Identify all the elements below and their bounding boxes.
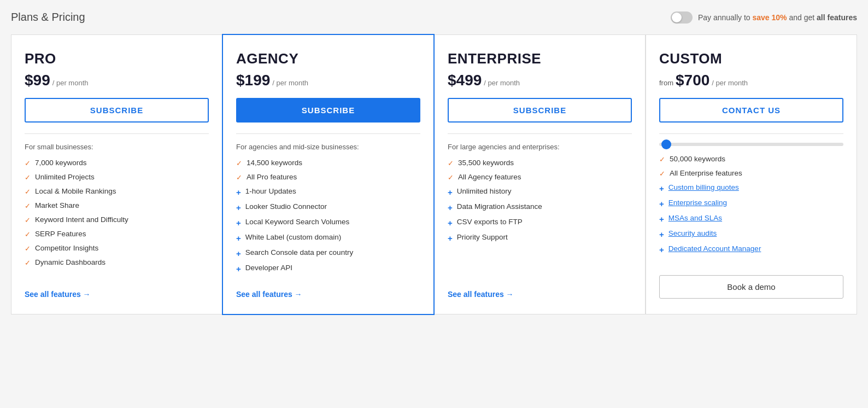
checkmark-icon: ✓ (448, 159, 454, 167)
plus-icon: + (659, 230, 664, 239)
feature-text: Dynamic Dashboards (35, 258, 105, 266)
list-item: +Custom billing quotes (659, 183, 843, 193)
list-item: ✓Competitor Insights (25, 244, 209, 253)
list-item: +Priority Support (448, 233, 632, 243)
plan-name-custom: CUSTOM (659, 50, 843, 67)
feature-text: 14,500 keywords (247, 159, 302, 167)
plans-container: PRO$99/ per monthSUBSCRIBEFor small busi… (11, 34, 857, 314)
plus-icon: + (236, 249, 241, 258)
plan-name-agency: AGENCY (236, 50, 420, 67)
plan-card-pro: PRO$99/ per monthSUBSCRIBEFor small busi… (11, 34, 222, 314)
checkmark-icon: ✓ (25, 202, 31, 210)
divider-agency (236, 133, 420, 134)
feature-text: Local Keyword Search Volumes (245, 218, 350, 226)
cta-button-pro[interactable]: SUBSCRIBE (25, 98, 209, 123)
save-percentage: save 10% (753, 13, 787, 22)
divider-custom (659, 133, 843, 134)
plus-icon: + (659, 245, 664, 254)
list-item: +Enterprise scaling (659, 199, 843, 208)
feature-text: Developer API (245, 264, 292, 272)
list-item: +Data Migration Assistance (448, 202, 632, 212)
list-item: +CSV exports to FTP (448, 218, 632, 228)
billing-toggle-label: Pay annually to save 10% and get all fea… (698, 13, 857, 22)
feature-text: Data Migration Assistance (457, 202, 542, 211)
feature-text: SERP Features (35, 230, 86, 238)
plus-icon: + (236, 264, 241, 273)
list-item: ✓All Pro features (236, 173, 420, 182)
feature-text: Competitor Insights (35, 244, 98, 252)
feature-text: Looker Studio Connector (245, 202, 327, 211)
checkmark-icon: ✓ (25, 244, 31, 253)
checkmark-icon: ✓ (236, 173, 242, 182)
cta-button-agency[interactable]: SUBSCRIBE (236, 98, 420, 123)
billing-toggle-area: Pay annually to save 10% and get all fea… (671, 11, 857, 24)
feature-text[interactable]: MSAs and SLAs (668, 214, 722, 222)
plan-price-row-pro: $99/ per month (25, 72, 209, 89)
feature-text: 50,000 keywords (670, 155, 725, 163)
feature-text[interactable]: Enterprise scaling (668, 199, 727, 207)
list-item: +Search Console data per country (236, 248, 420, 258)
feature-text: All Agency features (458, 173, 521, 181)
plan-desc-pro: For small businesses: (25, 143, 209, 151)
feature-list-custom: ✓50,000 keywords✓All Enterprise features… (659, 155, 843, 264)
list-item: +Looker Studio Connector (236, 202, 420, 212)
checkmark-icon: ✓ (25, 188, 31, 196)
cta-button-custom[interactable]: CONTACT US (659, 98, 843, 123)
plus-icon: + (236, 234, 241, 243)
slider-thumb (661, 139, 671, 149)
plus-icon: + (659, 199, 664, 208)
plan-price-row-agency: $199/ per month (236, 72, 420, 89)
cta-button-enterprise[interactable]: SUBSCRIBE (448, 98, 632, 123)
price-period-pro: / per month (52, 79, 89, 87)
feature-list-enterprise: ✓35,500 keywords✓All Agency features+Unl… (448, 159, 632, 279)
list-item: ✓Unlimited Projects (25, 173, 209, 182)
feature-text[interactable]: Dedicated Account Manager (668, 244, 761, 253)
price-period-agency: / per month (272, 79, 308, 87)
plan-desc-agency: For agencies and mid-size businesses: (236, 143, 420, 151)
checkmark-icon: ✓ (659, 170, 665, 178)
list-item: +MSAs and SLAs (659, 214, 843, 224)
plus-icon: + (448, 203, 453, 212)
list-item: +Developer API (236, 264, 420, 273)
list-item: +Local Keyword Search Volumes (236, 218, 420, 228)
feature-list-pro: ✓7,000 keywords✓Unlimited Projects✓Local… (25, 159, 209, 279)
divider-pro (25, 133, 209, 134)
checkmark-icon: ✓ (236, 159, 242, 167)
feature-text[interactable]: Custom billing quotes (668, 183, 739, 191)
feature-text: All Enterprise features (670, 169, 742, 177)
page-title: Plans & Pricing (11, 11, 85, 24)
list-item: ✓14,500 keywords (236, 159, 420, 167)
feature-text[interactable]: Security audits (668, 229, 717, 237)
plus-icon: + (448, 188, 453, 197)
plan-price-row-custom: from $700/ per month (659, 72, 843, 89)
see-all-features-pro[interactable]: See all features → (25, 290, 209, 299)
feature-text: 1-hour Updates (245, 187, 296, 195)
plus-icon: + (659, 184, 664, 193)
list-item: ✓Local & Mobile Rankings (25, 187, 209, 196)
see-all-features-agency[interactable]: See all features → (236, 290, 420, 299)
feature-text: 35,500 keywords (458, 159, 514, 167)
price-from-custom: from (659, 79, 673, 87)
plan-desc-enterprise: For large agencies and enterprises: (448, 143, 632, 151)
list-item: ✓SERP Features (25, 230, 209, 238)
plus-icon: + (448, 218, 453, 228)
plan-card-agency: AGENCY$199/ per monthSUBSCRIBEFor agenci… (222, 34, 435, 315)
list-item: ✓7,000 keywords (25, 159, 209, 167)
custom-slider-area[interactable] (659, 143, 843, 146)
see-all-features-enterprise[interactable]: See all features → (448, 290, 632, 299)
feature-text: Unlimited Projects (35, 173, 95, 181)
plus-icon: + (448, 234, 453, 243)
all-features-label: all features (817, 13, 857, 22)
annual-billing-toggle[interactable] (671, 11, 693, 24)
price-amount-agency: $199 (236, 72, 270, 89)
feature-text: Local & Mobile Rankings (35, 187, 116, 195)
feature-text: Search Console data per country (245, 248, 353, 257)
list-item: +White Label (custom domain) (236, 233, 420, 243)
checkmark-icon: ✓ (25, 159, 31, 167)
feature-text: CSV exports to FTP (457, 218, 523, 226)
list-item: ✓Dynamic Dashboards (25, 258, 209, 267)
plus-icon: + (659, 214, 664, 224)
checkmark-icon: ✓ (25, 230, 31, 238)
checkmark-icon: ✓ (25, 173, 31, 182)
book-demo-button[interactable]: Book a demo (659, 275, 843, 299)
